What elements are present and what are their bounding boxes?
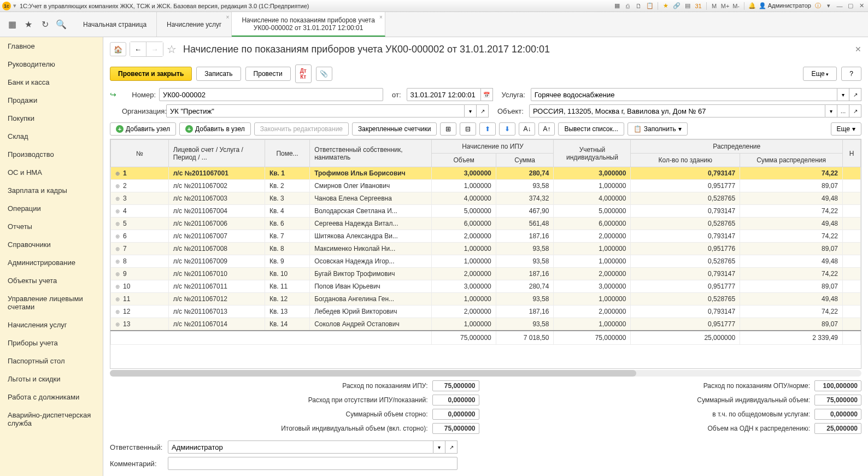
resp-dropdown-icon[interactable]: ▾ [433, 440, 445, 454]
sidebar-item-2[interactable]: Банк и касса [0, 73, 103, 91]
sort-asc-button[interactable]: A↓ [519, 122, 535, 136]
search-icon[interactable]: 🔍 [56, 19, 67, 30]
service-input[interactable] [531, 88, 837, 101]
sidebar-item-5[interactable]: Склад [0, 127, 103, 145]
sidebar-item-8[interactable]: Зарплата и кадры [0, 181, 103, 199]
comment-input[interactable] [168, 457, 458, 470]
add-into-node-button[interactable]: +Добавить в узел [179, 122, 251, 136]
tab-close-icon[interactable]: × [379, 14, 383, 20]
object-input[interactable] [529, 104, 825, 117]
link-icon[interactable]: 🔗 [672, 2, 681, 10]
sum-rv3[interactable]: 0,000000 [814, 409, 861, 420]
table-row[interactable]: ⊕3л/с №2011067003Кв. 3Чанова Елена Серге… [111, 192, 861, 205]
table-row[interactable]: ⊕11л/с №2011067012Кв. 12Богданова Ангели… [111, 293, 861, 305]
sidebar-item-1[interactable]: Руководителю [0, 55, 103, 73]
org-open-icon[interactable]: ↗ [477, 104, 489, 117]
sidebar-item-3[interactable]: Продажи [0, 91, 103, 109]
responsible-input[interactable] [168, 440, 433, 454]
table-row[interactable]: ⊕6л/с №2011067007Кв. 7Шитякова Александр… [111, 230, 861, 243]
col-indiv[interactable]: Учетный индивидуальный [554, 140, 631, 167]
data-grid[interactable]: № Лицевой счет / Услуга / Период / ... П… [110, 139, 861, 369]
sidebar-item-15[interactable]: Начисления услуг [0, 316, 103, 334]
sidebar-item-17[interactable]: Паспортный стол [0, 352, 103, 370]
object-more-icon[interactable]: … [837, 104, 849, 117]
calendar-icon[interactable]: 📅 [481, 88, 493, 101]
mplus-icon[interactable]: M+ [721, 2, 730, 10]
org-dropdown-icon[interactable]: ▾ [465, 104, 477, 117]
sum-rv4[interactable]: 25,000000 [814, 423, 861, 434]
sidebar-item-20[interactable]: Аварийно-диспетчерская служба [0, 406, 103, 432]
sidebar-item-19[interactable]: Работа с должниками [0, 388, 103, 406]
sidebar-item-9[interactable]: Операции [0, 199, 103, 218]
col-ipu-vol[interactable]: Объем [432, 154, 496, 167]
table-row[interactable]: ⊕12л/с №2011067013Кв. 13Лебедев Юрий Вик… [111, 305, 861, 318]
sidebar-item-6[interactable]: Производство [0, 145, 103, 163]
maximize-icon[interactable]: ▢ [846, 2, 855, 10]
resp-open-icon[interactable]: ↗ [445, 440, 458, 454]
favorites-icon[interactable]: ★ [23, 19, 34, 30]
favorite-toggle-icon[interactable]: ☆ [167, 43, 177, 56]
post-button[interactable]: Провести [245, 67, 291, 81]
write-button[interactable]: Записать [196, 67, 241, 81]
post-and-close-button[interactable]: Провести и закрыть [110, 67, 192, 81]
table-row[interactable]: ⊕9л/с №2011067010Кв. 10Бугай Виктор Троф… [111, 268, 861, 280]
help-button[interactable]: ? [841, 67, 861, 81]
sum-v2[interactable]: 0,000000 [432, 395, 479, 406]
org-input[interactable] [166, 104, 465, 117]
move-up-button[interactable]: ⬆ [479, 122, 496, 136]
service-dropdown-icon[interactable]: ▾ [837, 88, 849, 101]
tab-0[interactable]: Начальная страница [73, 12, 157, 37]
user-label[interactable]: 👤 Администратор [759, 2, 811, 9]
sidebar-item-14[interactable]: Управление лицевыми счетами [0, 290, 103, 316]
table-row[interactable]: ⊕4л/с №2011067004Кв. 4Володарская Светла… [111, 205, 861, 218]
sidebar-item-16[interactable]: Приборы учета [0, 334, 103, 352]
mminus-icon[interactable]: M- [732, 2, 741, 10]
sum-rv1[interactable]: 100,000000 [814, 380, 861, 391]
col-room[interactable]: Поме... [265, 140, 309, 167]
sidebar-item-13[interactable]: Объекты учета [0, 272, 103, 290]
pinned-meters-button[interactable]: Закрепленные счетчики [352, 122, 437, 136]
forward-button[interactable]: → [146, 42, 163, 56]
attachment-button[interactable]: 📎 [316, 67, 332, 81]
col-dist-qty[interactable]: Кол-во по зданию [631, 154, 740, 167]
move-down-button[interactable]: ⬇ [499, 122, 515, 136]
sidebar-item-7[interactable]: ОС и НМА [0, 163, 103, 181]
add-node-button[interactable]: +Добавить узел [110, 122, 176, 136]
output-list-button[interactable]: Вывести список... [558, 122, 624, 136]
table-row[interactable]: ⊕1л/с №2011067001Кв. 1Трофимов Илья Бори… [111, 167, 861, 180]
cal-icon[interactable]: 31 [694, 2, 703, 10]
info-icon[interactable]: ⓘ [813, 2, 822, 10]
grid-icon[interactable]: ▤ [683, 2, 692, 10]
table-row[interactable]: ⊕10л/с №2011067011Кв. 11Попов Иван Юрьев… [111, 280, 861, 293]
object-open-icon[interactable]: ↗ [849, 104, 861, 117]
col-account[interactable]: Лицевой счет / Услуга / Период / ... [168, 140, 265, 167]
print-icon[interactable]: ⎙ [624, 2, 632, 10]
date-input[interactable] [407, 88, 481, 101]
table-row[interactable]: ⊕5л/с №2011067006Кв. 6Сергеева Надежда В… [111, 218, 861, 230]
tree-expand-button[interactable]: ⊞ [440, 122, 456, 136]
col-ipu-group[interactable]: Начисление по ИПУ [432, 140, 554, 154]
sidebar-item-11[interactable]: Справочники [0, 236, 103, 254]
apps-icon[interactable]: ▦ [7, 19, 17, 30]
tab-close-icon[interactable]: × [226, 14, 230, 20]
sidebar-item-4[interactable]: Покупки [0, 109, 103, 127]
service-open-icon[interactable]: ↗ [849, 88, 861, 101]
home-button[interactable]: 🏠 [110, 42, 126, 56]
sum-rv2[interactable]: 75,000000 [814, 395, 861, 406]
m-icon[interactable]: M [710, 2, 719, 10]
table-row[interactable]: ⊕7л/с №2011067008Кв. 8Максименко Николай… [111, 243, 861, 255]
tab-1[interactable]: Начисление услуг× [157, 12, 232, 37]
history-icon[interactable]: ↻ [39, 19, 50, 30]
col-owner[interactable]: Ответственный собственник, наниматель [310, 140, 432, 167]
sum-v3[interactable]: 0,000000 [432, 409, 479, 420]
col-no[interactable]: № [111, 140, 169, 167]
sidebar-item-18[interactable]: Льготы и скидки [0, 370, 103, 388]
end-edit-button[interactable]: Закончить редактирование [254, 122, 349, 136]
sum-v4[interactable]: 75,000000 [432, 423, 479, 434]
bell-icon[interactable]: 🔔 [748, 2, 756, 10]
tab-2[interactable]: Начисление по показаниям приборов учетаУ… [232, 12, 385, 37]
col-ipu-sum[interactable]: Сумма [496, 154, 554, 167]
table-row[interactable]: ⊕8л/с №2011067009Кв. 9Осовская Надежда И… [111, 255, 861, 268]
col-dist-sum[interactable]: Сумма распределения [740, 154, 843, 167]
fill-button[interactable]: 📋 Заполнить ▾ [627, 122, 688, 136]
